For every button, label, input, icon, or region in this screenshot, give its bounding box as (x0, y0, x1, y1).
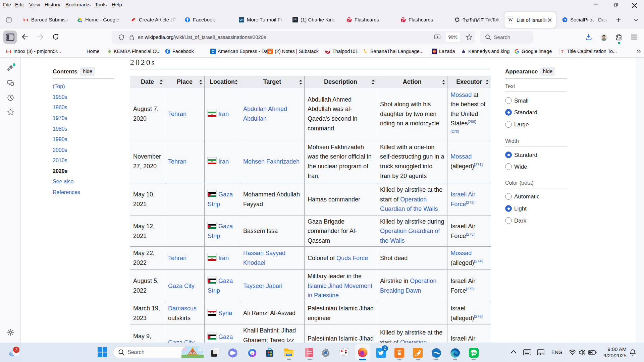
svg-text:T: T (561, 50, 563, 53)
svg-text:EX: EX (212, 51, 214, 53)
svg-text:W: W (508, 17, 513, 22)
svg-text:LINE: LINE (471, 352, 477, 354)
svg-text:Laz: Laz (433, 51, 435, 52)
svg-text:K: K (108, 49, 110, 51)
svg-text:UR: UR (239, 18, 244, 21)
